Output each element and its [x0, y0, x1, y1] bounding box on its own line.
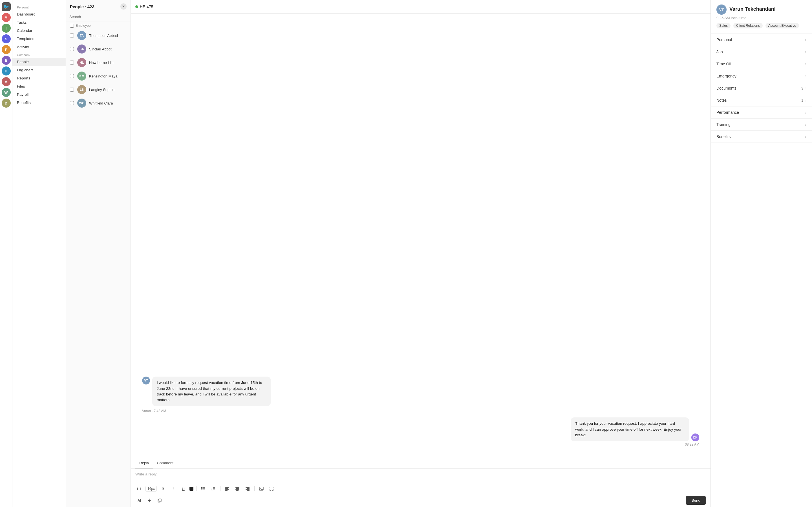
person-checkbox-wc[interactable]: [70, 101, 74, 105]
sidebar-item-tasks[interactable]: Tasks: [12, 18, 66, 26]
person-checkbox-ls[interactable]: [70, 88, 74, 92]
person-checkbox-sa[interactable]: [70, 47, 74, 51]
toolbar-color-swatch[interactable]: [190, 487, 193, 491]
person-name-hl: Hawthorne Lila: [89, 61, 114, 65]
svg-rect-18: [236, 489, 239, 490]
sender2-avatar: DK: [691, 434, 699, 441]
toolbar-align-center-button[interactable]: [234, 485, 241, 493]
sidebar-item-dashboard[interactable]: Dashboard: [12, 10, 66, 18]
sidebar-item-activity[interactable]: Activity: [12, 43, 66, 51]
sidebar-item-files[interactable]: Files: [12, 82, 66, 91]
svg-rect-12: [225, 487, 229, 488]
employee-select-all-checkbox[interactable]: [70, 24, 74, 27]
chevron-right-icon: ›: [805, 134, 806, 139]
ticket-badge: HE-475: [135, 4, 153, 9]
sidebar-item-reports[interactable]: Reports: [12, 74, 66, 82]
search-input[interactable]: [69, 15, 127, 19]
section-personal[interactable]: Personal ›: [711, 34, 812, 46]
chevron-right-icon: ›: [805, 74, 806, 78]
person-name-wc: Whitfield Clara: [89, 101, 113, 105]
toolbar-font-size[interactable]: 16px: [146, 486, 157, 492]
app-icon-a[interactable]: A: [2, 77, 11, 86]
chat-area: VT I would like to formally request vaca…: [131, 13, 711, 458]
list-item[interactable]: KM Kensington Maya: [66, 69, 131, 83]
chevron-right-icon: ›: [805, 38, 806, 42]
sidebar-item-calendar[interactable]: Calendar: [12, 26, 66, 35]
app-icon-e[interactable]: E: [2, 56, 11, 65]
list-item[interactable]: LS Langley Sophie: [66, 83, 131, 96]
tag-sales[interactable]: Sales: [716, 23, 730, 29]
list-item[interactable]: WC Whitfield Clara: [66, 96, 131, 110]
svg-rect-24: [259, 487, 263, 490]
sidebar-item-benefits[interactable]: Benefits: [12, 99, 66, 107]
svg-rect-9: [213, 489, 215, 489]
toolbar-ordered-list-button[interactable]: 1.2.3.: [209, 485, 217, 493]
svg-rect-3: [202, 489, 205, 489]
sidebar-item-templates[interactable]: Templates: [12, 35, 66, 43]
chevron-right-icon: ›: [805, 50, 806, 54]
section-notes[interactable]: Notes 1 ›: [711, 94, 812, 107]
toolbar-align-left-button[interactable]: [223, 485, 231, 493]
app-icon-i[interactable]: I: [2, 24, 11, 33]
person-name-km: Kensington Maya: [89, 74, 117, 78]
toolbar-divider-1: [196, 486, 197, 491]
section-documents[interactable]: Documents 3 ›: [711, 82, 812, 94]
tab-comment[interactable]: Comment: [153, 458, 177, 468]
right-panel-header: VT Varun Tekchandani 9:25 AM local time …: [711, 0, 812, 34]
person-checkbox-km[interactable]: [70, 74, 74, 78]
toolbar-bullet-list-button[interactable]: [199, 485, 207, 493]
person-checkbox-ta[interactable]: [70, 34, 74, 38]
section-training[interactable]: Training ›: [711, 119, 812, 131]
section-benefits[interactable]: Benefits ›: [711, 131, 812, 143]
list-item[interactable]: HL Hawthorne Lila: [66, 56, 131, 69]
copy-button[interactable]: [156, 497, 163, 504]
reply-input[interactable]: Write a reply...: [131, 469, 711, 483]
contact-tags: Sales Client Relations Account Executive: [716, 23, 806, 30]
app-icon-m[interactable]: M: [2, 13, 11, 22]
people-panel: People · 423 ✕ Employee TA Thompson Abba…: [66, 0, 131, 507]
lightning-button[interactable]: [146, 497, 153, 504]
list-item[interactable]: TA Thompson Abbad: [66, 29, 131, 42]
toolbar-italic-button[interactable]: I: [169, 485, 177, 493]
message-meta-2: 08:22 AM: [142, 443, 699, 446]
people-panel-close-button[interactable]: ✕: [120, 3, 126, 10]
svg-point-25: [260, 488, 261, 489]
toolbar-bold-button[interactable]: B: [159, 485, 167, 493]
section-time-off[interactable]: Time Off ›: [711, 58, 812, 70]
chevron-right-icon: ›: [805, 98, 806, 103]
list-item[interactable]: SA Sinclair Abbot: [66, 42, 131, 56]
app-icon-d[interactable]: D: [2, 99, 11, 108]
sidebar-item-org-chart[interactable]: Org chart: [12, 66, 66, 74]
section-emergency[interactable]: Emergency ›: [711, 70, 812, 82]
tag-account-executive[interactable]: Account Executive: [765, 23, 799, 29]
app-icon-s[interactable]: S: [2, 34, 11, 43]
toolbar-underline-button[interactable]: U: [179, 485, 187, 493]
notes-count: 1: [801, 98, 803, 103]
tab-reply[interactable]: Reply: [135, 458, 153, 468]
ai-button[interactable]: AI: [135, 497, 143, 504]
tag-client-relations[interactable]: Client Relations: [733, 23, 763, 29]
sidebar-item-people[interactable]: People: [12, 58, 66, 66]
main-header: HE-475 ⋮: [131, 0, 711, 13]
svg-point-2: [201, 489, 202, 489]
toolbar-expand-button[interactable]: [267, 485, 275, 493]
svg-rect-14: [225, 489, 229, 490]
contact-name: Varun Tekchandani: [729, 6, 776, 12]
message-bubble-1: I would like to formally request vacatio…: [152, 377, 271, 406]
sidebar-item-payroll[interactable]: Payroll: [12, 91, 66, 99]
send-button[interactable]: Send: [686, 496, 706, 505]
person-name-ta: Thompson Abbad: [89, 34, 118, 38]
section-performance[interactable]: Performance ›: [711, 107, 812, 119]
toolbar-h1-button[interactable]: H1: [135, 485, 143, 493]
app-icon-p[interactable]: P: [2, 45, 11, 54]
section-job[interactable]: Job ›: [711, 46, 812, 58]
app-icon-w[interactable]: W: [2, 88, 11, 97]
toolbar-align-right-button[interactable]: [244, 485, 252, 493]
bird-app-icon[interactable]: 🐦: [2, 2, 11, 11]
more-options-button[interactable]: ⋮: [696, 2, 706, 11]
message-wrapper-2: Thank you for your vacation request. I a…: [142, 417, 699, 441]
toolbar-image-button[interactable]: [257, 485, 265, 493]
reply-toolbar: H1 16px B I U 1.2.3.: [131, 483, 711, 494]
person-checkbox-hl[interactable]: [70, 61, 74, 64]
app-icon-h[interactable]: H: [2, 66, 11, 75]
